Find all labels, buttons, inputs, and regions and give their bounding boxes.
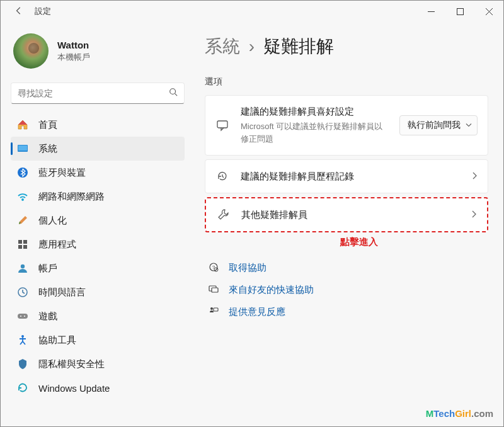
wrench-icon: [216, 208, 230, 221]
card-other-troubleshooters[interactable]: 其他疑難排解員: [205, 197, 488, 232]
link-text[interactable]: 提供意見反應: [229, 306, 285, 318]
svg-rect-0: [457, 8, 463, 14]
help-links: ? 取得協助 來自好友的快速協助 提供意見反應: [205, 257, 488, 323]
help-icon: ?: [209, 262, 220, 274]
titlebar: 設定: [1, 1, 503, 22]
nav-label: 系統: [38, 143, 57, 155]
svg-point-9: [21, 265, 25, 268]
nav-label: 個人化: [38, 215, 67, 227]
link-item-quick[interactable]: 來自好友的快速協助: [205, 279, 488, 301]
nav-label: 首頁: [38, 119, 57, 131]
breadcrumb: 系統 › 疑難排解: [205, 35, 488, 59]
nav-label: 應用程式: [38, 239, 76, 251]
nav-item-time[interactable]: 時間與語言: [11, 280, 185, 304]
chevron-down-icon: [466, 121, 472, 130]
svg-text:?: ?: [212, 265, 215, 270]
profile-name: Watton: [57, 40, 90, 50]
profile-subtitle: 本機帳戶: [57, 52, 90, 63]
search-input[interactable]: [18, 88, 169, 98]
card-recommended-settings[interactable]: 建議的疑難排解員喜好設定 Microsoft 可以建議並執行疑難排解員以修正問題…: [205, 95, 488, 156]
nav-item-home[interactable]: 首頁: [11, 113, 185, 137]
breadcrumb-root[interactable]: 系統: [205, 37, 240, 56]
svg-rect-8: [23, 245, 27, 249]
bluetooth-icon: [17, 167, 28, 178]
svg-rect-11: [18, 314, 28, 319]
nav-item-accessibility[interactable]: 協助工具: [11, 328, 185, 352]
privacy-icon: [17, 358, 28, 370]
svg-rect-22: [214, 308, 218, 311]
svg-point-12: [20, 316, 21, 317]
chevron-right-icon: [471, 209, 477, 220]
quick-assist-icon: [209, 284, 220, 296]
svg-rect-5: [18, 240, 22, 244]
personalization-icon: [17, 215, 28, 226]
feedback-icon: [209, 306, 220, 318]
search-box[interactable]: [11, 83, 185, 104]
card-desc: Microsoft 可以建議並執行疑難排解員以修正問題: [241, 120, 388, 145]
nav-item-update[interactable]: Windows Update: [11, 376, 185, 400]
time-icon: [17, 287, 28, 298]
nav-item-apps[interactable]: 應用程式: [11, 232, 185, 256]
update-icon: [17, 382, 28, 394]
recommended-select[interactable]: 執行前詢問我: [399, 115, 478, 135]
accessibility-icon: [17, 334, 28, 346]
nav-item-personalization[interactable]: 個人化: [11, 208, 185, 232]
link-item-help[interactable]: ? 取得協助: [205, 257, 488, 279]
svg-rect-7: [18, 245, 22, 249]
nav-item-network[interactable]: 網路和網際網路: [11, 185, 185, 208]
apps-icon: [17, 239, 28, 250]
link-item-feedback[interactable]: 提供意見反應: [205, 301, 488, 323]
system-icon: [17, 143, 28, 154]
card-history[interactable]: 建議的疑難排解員歷程記錄: [205, 159, 488, 193]
select-value: 執行前詢問我: [408, 120, 461, 130]
chat-icon: [215, 119, 229, 132]
profile-block[interactable]: Watton 本機帳戶: [11, 22, 185, 80]
nav-label: 協助工具: [38, 334, 76, 346]
nav-label: 藍牙與裝置: [38, 167, 86, 179]
nav-item-gaming[interactable]: 遊戲: [11, 304, 185, 328]
link-text[interactable]: 取得協助: [229, 262, 266, 274]
search-icon: [169, 88, 178, 99]
content-area: 系統 › 疑難排解 選項 建議的疑難排解員喜好設定 Microsoft 可以建議…: [190, 22, 503, 426]
minimize-button[interactable]: [416, 1, 445, 22]
history-icon: [215, 170, 229, 183]
nav-item-system[interactable]: 系統: [11, 137, 185, 161]
svg-rect-6: [23, 240, 27, 244]
card-title: 建議的疑難排解員歷程記錄: [241, 171, 460, 183]
nav-item-bluetooth[interactable]: 藍牙與裝置: [11, 161, 185, 185]
back-button[interactable]: [14, 6, 23, 17]
nav-label: 帳戶: [38, 263, 57, 275]
watermark: MTechGirl.com: [426, 408, 493, 419]
gaming-icon: [17, 310, 28, 322]
svg-rect-15: [217, 121, 227, 128]
avatar: [13, 33, 49, 69]
breadcrumb-separator: ›: [249, 37, 255, 56]
nav-label: 隱私權與安全性: [38, 358, 105, 370]
nav-label: Windows Update: [38, 383, 110, 394]
svg-point-13: [24, 316, 25, 317]
nav-item-privacy[interactable]: 隱私權與安全性: [11, 352, 185, 376]
card-title: 建議的疑難排解員喜好設定: [241, 106, 388, 118]
network-icon: [17, 191, 28, 202]
sidebar: Watton 本機帳戶 首頁 系統 藍牙與裝置: [1, 22, 190, 426]
nav-label: 網路和網際網路: [38, 191, 105, 203]
svg-point-1: [170, 89, 176, 94]
accounts-icon: [17, 263, 28, 274]
home-icon: [17, 119, 28, 130]
app-title: 設定: [35, 6, 416, 17]
svg-point-14: [21, 335, 24, 338]
link-text[interactable]: 來自好友的快速協助: [229, 284, 314, 296]
close-button[interactable]: [474, 1, 503, 22]
svg-rect-20: [212, 288, 218, 292]
nav-label: 時間與語言: [38, 287, 86, 299]
svg-point-21: [210, 307, 213, 310]
maximize-button[interactable]: [445, 1, 474, 22]
section-heading: 選項: [205, 76, 488, 88]
nav-list: 首頁 系統 藍牙與裝置 網路和網際網路 個人化 應用程式: [11, 113, 185, 400]
nav-label: 遊戲: [38, 310, 57, 322]
nav-item-accounts[interactable]: 帳戶: [11, 256, 185, 280]
svg-rect-3: [18, 145, 27, 151]
card-title: 其他疑難排解員: [241, 209, 459, 221]
chevron-right-icon: [471, 171, 478, 182]
breadcrumb-leaf: 疑難排解: [263, 37, 334, 56]
